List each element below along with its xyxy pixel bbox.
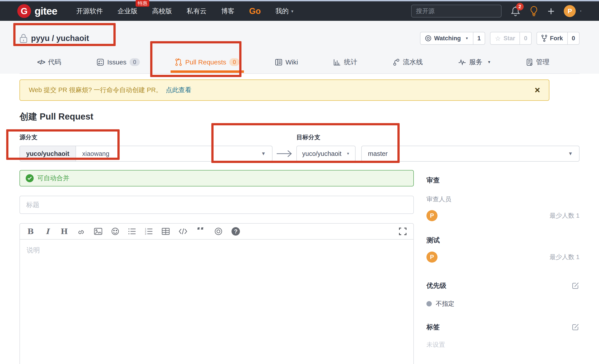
repo-actions: Watching ▼ 1 ☆ Star 0 xyxy=(420,32,580,45)
arrow-right-icon xyxy=(273,146,296,162)
nav-item-education[interactable]: 高校版 xyxy=(152,7,172,16)
list-ul-icon[interactable] xyxy=(128,228,136,235)
pr-count-badge: 0 xyxy=(229,58,239,66)
nav-item-blog[interactable]: 博客 xyxy=(221,7,234,16)
markdown-editor: B I H xyxy=(19,223,414,364)
chevron-down-icon: ▼ xyxy=(487,60,491,64)
tab-manage[interactable]: 管理 xyxy=(525,51,551,73)
editor-toolbar: B I H xyxy=(20,224,413,240)
chevron-down-icon: ▼ xyxy=(568,151,573,156)
nav-item-mine[interactable]: 我的▼ xyxy=(275,7,294,16)
notification-count-badge: 2 xyxy=(516,3,524,10)
issues-icon xyxy=(97,59,104,66)
bar-chart-icon xyxy=(333,59,341,66)
reviewer-row: P 最少人数 1 xyxy=(426,210,580,221)
emoji-icon[interactable] xyxy=(111,227,119,235)
bold-icon[interactable]: B xyxy=(26,227,35,236)
nav-item-enterprise[interactable]: 企业版 特惠 xyxy=(117,7,137,16)
eye-icon xyxy=(425,35,432,42)
gitee-wordmark: gitee xyxy=(35,5,57,17)
tester-min-count: 最少人数 1 xyxy=(550,253,580,261)
user-menu[interactable]: P ▼ xyxy=(564,5,582,17)
pr-description-textarea[interactable] xyxy=(20,240,413,364)
banner-link[interactable]: 点此查看 xyxy=(166,86,191,95)
watch-count[interactable]: 1 xyxy=(473,32,485,44)
nav-item-go[interactable]: Go xyxy=(249,6,261,16)
pull-request-icon xyxy=(175,58,182,66)
nav-item-opensource[interactable]: 开源软件 xyxy=(76,7,103,16)
source-branch-value[interactable]: xiaowang xyxy=(76,146,116,161)
preview-icon[interactable] xyxy=(214,227,223,236)
pr-form-column: 可自动合并 B I H xyxy=(19,170,414,364)
repo-header: pyyu / yuchaoit Watching ▼ 1 xyxy=(0,21,599,74)
nav-right-cluster: 2 + P ▼ xyxy=(411,5,582,17)
notifications-button[interactable]: 2 xyxy=(511,6,520,16)
fork-icon xyxy=(541,35,547,42)
avatar: P xyxy=(564,5,576,17)
tester-avatar[interactable]: P xyxy=(426,251,438,263)
table-icon[interactable] xyxy=(162,228,170,235)
target-branch-select[interactable]: master ▼ xyxy=(361,146,580,162)
branch-selection-row: 源分支 yuco/yuchaoit xiaowang ▼ 目标分支 yuco/y… xyxy=(19,133,580,162)
repo-title[interactable]: pyyu / yuchaoit xyxy=(19,34,89,43)
priority-value: 不指定 xyxy=(436,300,454,308)
star-icon: ☆ xyxy=(495,35,501,42)
page-title: 创建 Pull Request xyxy=(19,111,580,123)
tab-code[interactable]: </> 代码 xyxy=(36,51,62,73)
promo-badge: 特惠 xyxy=(136,0,149,7)
chevron-down-icon: ▼ xyxy=(465,36,468,40)
edit-icon[interactable] xyxy=(572,282,580,290)
gitee-logo[interactable]: G gitee xyxy=(17,4,57,18)
nav-menu: 开源软件 企业版 特惠 高校版 私有云 博客 Go 我的▼ xyxy=(76,6,294,16)
source-branch-label: 源分支 xyxy=(19,133,273,141)
code-icon[interactable] xyxy=(178,228,187,235)
list-ol-icon[interactable]: 1 2 3 xyxy=(145,228,153,235)
test-section-title: 测试 xyxy=(426,236,580,245)
tab-pipelines[interactable]: 流水线 xyxy=(391,51,424,73)
source-branch-select[interactable]: yuco/yuchaoit xiaowang ▼ xyxy=(19,146,273,162)
labels-title: 标签 xyxy=(426,323,440,332)
merge-status-banner: 可自动合并 xyxy=(19,170,414,186)
tab-issues[interactable]: Issues 0 xyxy=(95,51,141,73)
create-new-button[interactable]: + xyxy=(548,5,555,17)
check-circle-icon xyxy=(26,174,34,182)
chevron-down-icon: ▼ xyxy=(261,146,272,161)
gitee-create-pull-request-page: G gitee 开源软件 企业版 特惠 高校版 私有云 博客 Go 我的▼ xyxy=(0,0,599,364)
star-button[interactable]: ☆ Star 0 xyxy=(490,32,532,45)
plus-icon: + xyxy=(548,5,555,17)
edit-icon[interactable] xyxy=(572,323,580,331)
source-repo-segment[interactable]: yuco/yuchaoit xyxy=(20,146,76,161)
search-input[interactable] xyxy=(411,5,502,17)
repo-name: pyyu / yuchaoit xyxy=(31,34,89,43)
link-icon[interactable] xyxy=(77,227,85,235)
fullscreen-icon[interactable] xyxy=(399,228,407,235)
priority-dot-icon xyxy=(426,301,432,306)
main-content: Web 提交 PR 很麻烦? 一行命令自动创建 PR。 点此查看 × 创建 Pu… xyxy=(0,79,599,364)
fork-button[interactable]: Fork 0 xyxy=(537,32,580,45)
tab-statistics[interactable]: 统计 xyxy=(332,51,359,73)
reviewer-avatar[interactable]: P xyxy=(426,210,438,221)
close-icon[interactable]: × xyxy=(535,86,540,95)
reviewer-min-count: 最少人数 1 xyxy=(550,211,580,220)
fork-count[interactable]: 0 xyxy=(567,32,579,44)
priority-title: 优先级 xyxy=(426,281,446,290)
watch-button[interactable]: Watching ▼ 1 xyxy=(420,32,485,45)
pr-title-input[interactable] xyxy=(19,196,414,214)
tab-pull-requests[interactable]: Pull Requests 0 xyxy=(174,51,241,73)
nav-item-private-cloud[interactable]: 私有云 xyxy=(186,7,206,16)
reviewers-label: 审查人员 xyxy=(426,195,580,203)
tab-services[interactable]: 服务 ▼ xyxy=(457,51,492,73)
image-icon[interactable] xyxy=(94,228,102,235)
tab-wiki[interactable]: Wiki xyxy=(273,51,300,73)
heading-icon[interactable]: H xyxy=(60,227,68,236)
banner-text: Web 提交 PR 很麻烦? 一行命令自动创建 PR。 xyxy=(29,86,162,95)
top-navbar: G gitee 开源软件 企业版 特惠 高校版 私有云 博客 Go 我的▼ xyxy=(0,1,599,21)
star-count[interactable]: 0 xyxy=(520,32,531,44)
help-icon[interactable]: ? xyxy=(231,227,240,236)
italic-icon[interactable]: I xyxy=(44,227,51,236)
svg-text:3: 3 xyxy=(145,233,146,235)
target-repo-dropdown[interactable]: yuco/yuchaoit ▼ xyxy=(296,146,356,162)
quote-icon[interactable]: “ xyxy=(196,227,205,235)
issues-count-badge: 0 xyxy=(130,58,140,66)
lightbulb-button[interactable] xyxy=(529,6,538,17)
